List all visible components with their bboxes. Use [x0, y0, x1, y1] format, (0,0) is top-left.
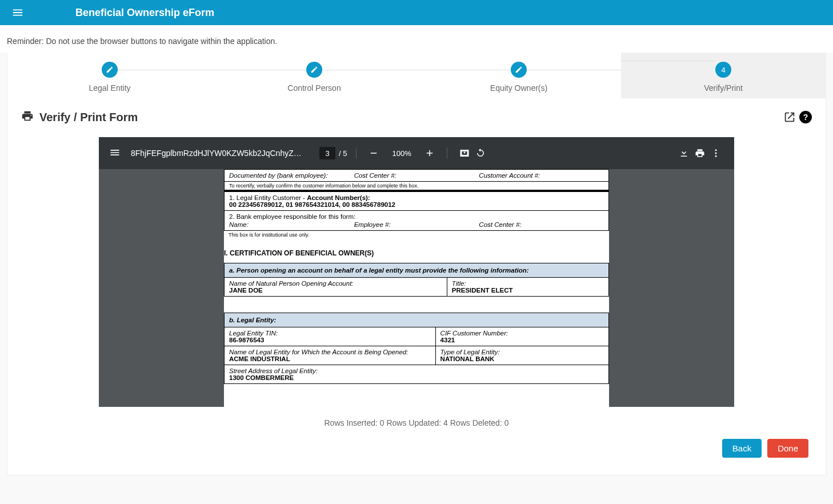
print-icon [695, 148, 705, 158]
help-icon[interactable]: ? [799, 111, 812, 123]
pdf-viewer: 8FhjFEFgplbmRzdHJlYW0KZW5kb2JqCnhyZWY… 3… [99, 137, 734, 407]
hamburger-icon [109, 147, 121, 158]
account-numbers: 00 223456789012, 01 987654321014, 00 883… [229, 201, 395, 208]
section-title: Verify / Print Form [39, 111, 138, 124]
pdf-filename: 8FhjFEFgplbmRzdHJlYW0KZW5kb2JqCnhyZWY… [131, 149, 308, 158]
status-row: Rows Inserted: 0 Rows Updated: 4 Rows De… [7, 413, 826, 433]
name-label: Name: [229, 221, 354, 228]
form-card: Legal Entity Control Person Equity Owner… [7, 53, 826, 475]
step-label: Equity Owner(s) [416, 83, 621, 93]
print-button[interactable] [692, 145, 708, 161]
section-a-header: a. Person opening an account on behalf o… [224, 263, 609, 278]
step-control-person[interactable]: Control Person [212, 62, 416, 98]
plus-icon [424, 148, 435, 158]
app-header: Beneficial Ownership eForm [0, 0, 833, 25]
section-b-header: b. Legal Entity: [224, 313, 609, 327]
street-label: Street Address of Legal Entity: [229, 367, 318, 374]
pencil-icon [310, 66, 318, 74]
bank-employee-label: 2. Bank employee responsible for this fo… [229, 213, 604, 220]
open-external-icon[interactable] [783, 111, 796, 123]
tin-label: Legal Entity TIN: [229, 330, 278, 337]
pdf-zoom[interactable]: 100% [387, 147, 415, 159]
svg-point-1 [715, 153, 717, 154]
hamburger-icon [11, 6, 24, 19]
pdf-menu-button[interactable] [109, 147, 121, 160]
step-label: Verify/Print [621, 83, 826, 93]
download-button[interactable] [676, 145, 692, 161]
svg-point-0 [715, 149, 717, 151]
more-vert-icon [711, 148, 721, 158]
cert-heading: I. CERTIFICATION OF BENEFICIAL OWNER(S) [224, 239, 609, 263]
step-label: Control Person [212, 83, 416, 93]
fit-page-button[interactable] [456, 145, 472, 161]
institutional-note: This box is for institutional use only. [224, 231, 609, 239]
line1-prefix: 1. Legal Entity Customer - [229, 194, 305, 201]
cost-center-label-2: Cost Center #: [479, 221, 604, 228]
zoom-in-button[interactable] [422, 145, 438, 161]
rotate-icon [475, 148, 486, 158]
footer-buttons: Back Done [7, 433, 826, 458]
tin-value: 86-9876543 [229, 337, 264, 343]
fit-icon [459, 148, 470, 158]
employee-no-label: Employee #: [354, 221, 479, 228]
step-verify-print[interactable]: 4 Verify/Print [621, 53, 826, 98]
menu-button[interactable] [11, 6, 24, 19]
done-button[interactable]: Done [767, 439, 808, 458]
person-name-value: JANE DOE [229, 287, 263, 294]
content-scroll[interactable]: Reminder: Do not use the browser buttons… [0, 25, 833, 504]
recertify-note: To recertify, verbally confirm the custo… [224, 182, 609, 190]
step-badge: 4 [715, 62, 731, 78]
person-title-label: Title: [452, 280, 466, 287]
reminder-text: Reminder: Do not use the browser buttons… [0, 25, 833, 53]
person-title-value: PRESIDENT ELECT [452, 287, 513, 294]
more-button[interactable] [708, 145, 724, 161]
step-legal-entity[interactable]: Legal Entity [7, 62, 212, 98]
entity-type-label: Type of Legal Entity: [440, 349, 500, 355]
pdf-page-input[interactable]: 3 [319, 147, 335, 159]
stepper: Legal Entity Control Person Equity Owner… [7, 53, 826, 104]
back-button[interactable]: Back [722, 439, 762, 458]
step-label: Legal Entity [7, 83, 212, 93]
app-title: Beneficial Ownership eForm [75, 7, 214, 19]
street-value: 1300 COMBERMERE [229, 374, 294, 381]
entity-type-value: NATIONAL BANK [440, 355, 495, 362]
pdf-total-pages: / 5 [339, 149, 347, 158]
line1-label: Account Number(s): [307, 194, 370, 201]
zoom-out-button[interactable] [366, 145, 382, 161]
cif-label: CIF Customer Number: [440, 330, 508, 337]
cif-value: 4321 [440, 337, 455, 343]
section-header: Verify / Print Form ? [7, 104, 826, 129]
person-name-label: Name of Natural Person Opening Account: [229, 280, 354, 287]
pencil-icon [106, 66, 114, 74]
minus-icon [369, 148, 379, 158]
print-icon [21, 110, 34, 125]
entity-name-value: ACME INDUSTRIAL [229, 355, 290, 362]
customer-account-label: Customer Account #: [479, 172, 604, 179]
rotate-button[interactable] [472, 145, 488, 161]
svg-point-2 [715, 155, 717, 157]
entity-name-label: Name of Legal Entity for Which the Accou… [229, 349, 408, 355]
cost-center-label: Cost Center #: [354, 172, 479, 179]
pdf-page: Documented by (bank employee): Cost Cent… [224, 169, 609, 407]
pdf-toolbar: 8FhjFEFgplbmRzdHJlYW0KZW5kb2JqCnhyZWY… 3… [99, 137, 734, 169]
pdf-page-scroll[interactable]: Documented by (bank employee): Cost Cent… [99, 169, 734, 407]
pencil-icon [515, 66, 523, 74]
documented-by-label: Documented by (bank employee): [229, 172, 354, 179]
download-icon [679, 148, 689, 158]
step-equity-owners[interactable]: Equity Owner(s) [416, 62, 621, 98]
